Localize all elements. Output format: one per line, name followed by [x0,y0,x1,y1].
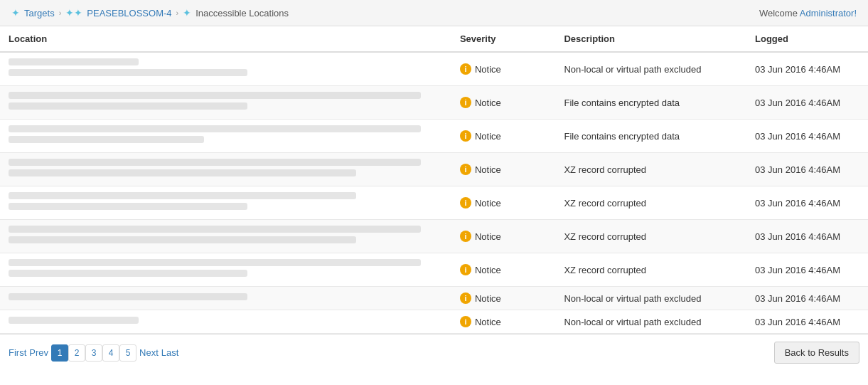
cell-logged: 03 Jun 2016 4:46AM [746,120,868,153]
pagination-first[interactable]: First [9,347,26,358]
table-row: iNoticeNon-local or virtual path exclude… [0,287,868,310]
cell-severity: iNotice [451,253,556,287]
pagination-page-1[interactable]: 1 [51,344,68,362]
severity-label: Notice [475,64,501,75]
notice-icon: i [460,231,471,242]
notice-icon: i [460,292,471,304]
cell-description: File contains encrypted data [555,86,746,120]
severity-label: Notice [475,131,501,142]
severity-label: Notice [475,97,501,108]
cell-description: Non-local or virtual path excluded [555,287,746,310]
breadcrumb-current: Inaccessible Locations [195,8,289,19]
cell-location [0,186,451,220]
cell-logged: 03 Jun 2016 4:46AM [746,220,868,253]
cell-description: XZ record corrupted [555,186,746,220]
pagination-page-2[interactable]: 2 [68,344,85,362]
breadcrumb-node-link[interactable]: PEASEBLOSSOM-4 [87,8,171,19]
cell-location [0,220,451,253]
table-row: iNoticeXZ record corrupted03 Jun 2016 4:… [0,153,868,186]
notice-icon: i [460,264,471,275]
severity-label: Notice [475,198,501,209]
severity-label: Notice [475,164,501,175]
cell-logged: 03 Jun 2016 4:46AM [746,310,868,334]
pagination-prev[interactable]: Prev [29,347,48,358]
cell-logged: 03 Jun 2016 4:46AM [746,253,868,287]
notice-icon: i [460,97,471,108]
pagination-page-3[interactable]: 3 [85,344,102,362]
back-to-results-button[interactable]: Back to Results [774,342,859,364]
cell-severity: iNotice [451,153,556,186]
notice-icon: i [460,197,471,209]
header: ✦ Targets › ✦✦ PEASEBLOSSOM-4 › ✦ Inacce… [0,0,868,26]
cell-logged: 03 Jun 2016 4:46AM [746,153,868,186]
breadcrumb: ✦ Targets › ✦✦ PEASEBLOSSOM-4 › ✦ Inacce… [11,7,289,19]
cell-location [0,287,451,310]
cell-description: Non-local or virtual path excluded [555,310,746,334]
pagination-last[interactable]: Last [161,347,179,358]
cell-description: Non-local or virtual path excluded [555,52,746,86]
welcome-text: Welcome Administrator! [759,8,857,19]
cell-severity: iNotice [451,120,556,153]
cell-location [0,253,451,287]
cell-logged: 03 Jun 2016 4:46AM [746,287,868,310]
breadcrumb-sep2: › [176,9,179,17]
cell-location [0,86,451,120]
node-icon: ✦✦ [65,7,82,19]
table-row: iNoticeXZ record corrupted03 Jun 2016 4:… [0,186,868,220]
severity-label: Notice [475,265,501,275]
notice-icon: i [460,316,471,327]
notice-icon: i [460,63,471,75]
table-row: iNoticeNon-local or virtual path exclude… [0,310,868,334]
cell-severity: iNotice [451,220,556,253]
pagination: First Prev 12345 Next Last [9,344,178,362]
pagination-page-4[interactable]: 4 [102,344,119,362]
cell-location [0,310,451,334]
cell-description: XZ record corrupted [555,253,746,287]
footer: First Prev 12345 Next Last Back to Resul… [0,334,868,371]
notice-icon: i [460,164,471,175]
inacc-icon: ✦ [183,7,191,19]
cell-severity: iNotice [451,310,556,334]
breadcrumb-sep1: › [59,9,62,17]
table-row: iNoticeFile contains encrypted data03 Ju… [0,120,868,153]
severity-label: Notice [475,317,501,327]
pagination-page-5[interactable]: 5 [119,344,136,362]
notice-icon: i [460,130,471,142]
severity-label: Notice [475,293,501,304]
cell-severity: iNotice [451,186,556,220]
col-location: Location [0,26,451,52]
cell-location [0,52,451,86]
table-row: iNoticeNon-local or virtual path exclude… [0,52,868,86]
cell-description: XZ record corrupted [555,153,746,186]
cell-logged: 03 Jun 2016 4:46AM [746,86,868,120]
cell-description: File contains encrypted data [555,120,746,153]
cell-location [0,153,451,186]
cell-logged: 03 Jun 2016 4:46AM [746,186,868,220]
col-description: Description [555,26,746,52]
inaccessible-locations-table: Location Severity Description Logged iNo… [0,26,868,334]
severity-label: Notice [475,231,501,242]
cell-severity: iNotice [451,86,556,120]
table-row: iNoticeXZ record corrupted03 Jun 2016 4:… [0,220,868,253]
cell-description: XZ record corrupted [555,220,746,253]
table-row: iNoticeFile contains encrypted data03 Ju… [0,86,868,120]
col-logged: Logged [746,26,868,52]
cell-severity: iNotice [451,287,556,310]
cell-logged: 03 Jun 2016 4:46AM [746,52,868,86]
table-header-row: Location Severity Description Logged [0,26,868,52]
breadcrumb-targets-link[interactable]: Targets [24,8,55,19]
targets-icon: ✦ [11,7,20,19]
cell-severity: iNotice [451,52,556,86]
table-row: iNoticeXZ record corrupted03 Jun 2016 4:… [0,253,868,287]
admin-link[interactable]: Administrator! [800,8,857,19]
pagination-next[interactable]: Next [139,347,159,358]
col-severity: Severity [451,26,556,52]
cell-location [0,120,451,153]
